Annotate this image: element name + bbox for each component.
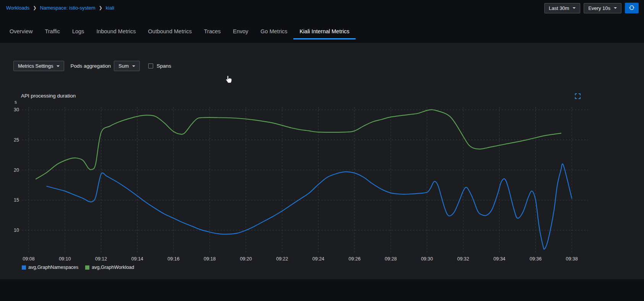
svg-text:09:34: 09:34 <box>494 256 505 262</box>
api-processing-duration-chart: 101520253009:0809:1009:1209:1409:1609:18… <box>0 104 596 267</box>
pods-aggregation-value: Sum <box>118 63 129 69</box>
chart-title: API processing duration <box>21 93 76 99</box>
svg-text:09:22: 09:22 <box>276 256 288 262</box>
legend-label: avg,GraphNamespaces <box>28 265 78 270</box>
svg-text:25: 25 <box>14 137 19 143</box>
legend-item-graphnamespaces[interactable]: avg,GraphNamespaces <box>22 265 78 270</box>
top-bar: Workloads ❯ Namespace: istio-system ❯ ki… <box>0 0 644 16</box>
tab-traces[interactable]: Traces <box>198 24 227 39</box>
legend-swatch-blue <box>22 265 26 270</box>
spans-checkbox-wrap: Spans <box>148 63 171 69</box>
metrics-panel: Metrics Settings Pods aggregation Sum Sp… <box>0 43 644 279</box>
svg-text:09:14: 09:14 <box>131 256 143 262</box>
chevron-right-icon: ❯ <box>95 5 106 10</box>
svg-text:20: 20 <box>14 168 19 173</box>
breadcrumb-namespace-link[interactable]: Namespace: istio-system <box>40 5 95 11</box>
svg-text:09:16: 09:16 <box>168 256 180 262</box>
pods-aggregation-dropdown[interactable]: Sum <box>114 61 140 71</box>
metrics-toolbar: Metrics Settings Pods aggregation Sum Sp… <box>13 61 171 71</box>
svg-text:09:12: 09:12 <box>95 256 107 262</box>
sync-icon <box>629 5 634 11</box>
svg-text:10: 10 <box>14 228 19 233</box>
time-range-value: Last 30m <box>549 5 569 11</box>
svg-text:09:26: 09:26 <box>349 256 361 262</box>
svg-text:09:20: 09:20 <box>240 256 252 262</box>
refresh-button[interactable] <box>625 3 639 13</box>
svg-text:09:18: 09:18 <box>204 256 215 262</box>
svg-text:09:10: 09:10 <box>59 256 71 262</box>
tab-go-metrics[interactable]: Go Metrics <box>254 24 293 39</box>
legend-item-graphworkload[interactable]: avg,GraphWorkload <box>85 265 134 270</box>
expand-chart-button[interactable] <box>574 93 581 101</box>
svg-text:09:36: 09:36 <box>530 256 542 262</box>
legend-label: avg,GraphWorkload <box>92 265 134 270</box>
tab-overview[interactable]: Overview <box>3 24 39 39</box>
expand-icon <box>575 94 581 100</box>
tab-traffic[interactable]: Traffic <box>39 24 66 39</box>
kiali-workload-details-page: Workloads ❯ Namespace: istio-system ❯ ki… <box>0 0 644 301</box>
refresh-interval-dropdown[interactable]: Every 10s <box>584 3 621 13</box>
svg-text:09:24: 09:24 <box>312 256 324 262</box>
caret-down-icon <box>132 65 135 67</box>
refresh-interval-value: Every 10s <box>588 5 610 11</box>
spans-label: Spans <box>157 63 171 69</box>
tab-envoy[interactable]: Envoy <box>227 24 254 39</box>
tab-kiali-internal-metrics[interactable]: Kiali Internal Metrics <box>293 24 356 39</box>
svg-text:09:08: 09:08 <box>23 256 34 262</box>
time-range-dropdown[interactable]: Last 30m <box>544 3 580 13</box>
svg-text:15: 15 <box>14 197 19 203</box>
tab-inbound-metrics[interactable]: Inbound Metrics <box>90 24 142 39</box>
legend-swatch-green <box>85 265 89 270</box>
metrics-settings-dropdown[interactable]: Metrics Settings <box>13 61 64 71</box>
breadcrumb-workloads-link[interactable]: Workloads <box>6 5 29 11</box>
tab-logs[interactable]: Logs <box>66 24 90 39</box>
tab-outbound-metrics[interactable]: Outbound Metrics <box>142 24 198 39</box>
breadcrumb: Workloads ❯ Namespace: istio-system ❯ ki… <box>6 5 114 11</box>
chevron-right-icon: ❯ <box>29 5 40 10</box>
tab-bar: Overview Traffic Logs Inbound Metrics Ou… <box>0 24 644 39</box>
svg-text:09:32: 09:32 <box>457 256 469 262</box>
metrics-settings-label: Metrics Settings <box>18 63 53 69</box>
caret-down-icon <box>573 7 576 9</box>
spans-checkbox[interactable] <box>148 63 153 68</box>
caret-down-icon <box>614 7 617 9</box>
svg-text:09:28: 09:28 <box>385 256 396 262</box>
breadcrumb-kiali-link[interactable]: kiali <box>106 5 114 11</box>
pods-aggregation-label: Pods aggregation <box>70 63 111 69</box>
caret-down-icon <box>57 65 60 67</box>
svg-text:30: 30 <box>14 107 19 112</box>
svg-text:09:38: 09:38 <box>566 256 578 262</box>
top-controls: Last 30m Every 10s <box>544 3 639 13</box>
svg-text:09:30: 09:30 <box>421 256 433 262</box>
chart-legend: avg,GraphNamespaces avg,GraphWorkload <box>22 265 134 270</box>
